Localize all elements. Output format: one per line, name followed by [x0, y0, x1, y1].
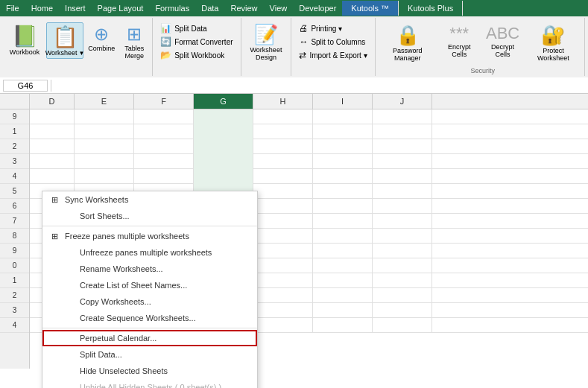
- menu-formulas[interactable]: Formulas: [149, 2, 195, 14]
- worksheet-button[interactable]: 📋 Worksheet ▼: [46, 22, 83, 59]
- workbook-button[interactable]: 📗 Workbook: [6, 22, 43, 57]
- encrypt-cells-button[interactable]: *** Encrypt Cells: [438, 22, 480, 60]
- col-header-f: F: [134, 94, 194, 109]
- combine-button[interactable]: ⊕ Combine: [86, 22, 116, 54]
- worksheet-label: Worksheet: [45, 49, 78, 57]
- security-group-label: Security: [379, 67, 587, 74]
- divider-1: [42, 226, 257, 226]
- dropdown-rename-worksheets[interactable]: Rename Worksheets...: [42, 261, 257, 277]
- worksheet-icon: 📋: [52, 25, 78, 49]
- dropdown-create-sequence[interactable]: Create Sequence Worksheets...: [42, 310, 257, 326]
- row-9: 9: [0, 109, 29, 124]
- dropdown-hide-unselected[interactable]: Hide Unselected Sheets: [42, 363, 257, 379]
- printing-button[interactable]: 🖨 Printing ▾: [296, 22, 370, 34]
- dropdown-create-list[interactable]: Create List of Sheet Names...: [42, 277, 257, 293]
- protect-worksheet-label: Protect Worksheet: [528, 47, 578, 62]
- split-workbook-icon: 📂: [160, 50, 171, 60]
- split-columns-icon: ↔: [299, 36, 308, 47]
- formula-input[interactable]: [56, 81, 585, 90]
- sync-worksheets-icon: ⊞: [48, 195, 60, 205]
- combine-label: Combine: [88, 45, 115, 52]
- row-4b: 4: [0, 318, 29, 333]
- row-9b: 9: [0, 244, 29, 258]
- dropdown-unhide-all[interactable]: Unhide All Hidden Sheets ( 0 sheet(s) ): [42, 379, 257, 388]
- row-2b: 2: [0, 288, 29, 303]
- format-converter-icon: 🔄: [160, 36, 171, 47]
- tables-merge-icon: ⊞: [127, 24, 142, 45]
- menu-review[interactable]: Review: [224, 2, 263, 14]
- create-list-label: Create List of Sheet Names...: [80, 281, 187, 290]
- unfreeze-panes-label: Unfreeze panes multiple worksheets: [80, 248, 212, 257]
- decrypt-cells-label: Decrypt Cells: [484, 43, 521, 58]
- decrypt-cells-button[interactable]: ABC Decrypt Cells: [481, 22, 524, 60]
- table-row: [30, 139, 588, 154]
- printing-icon: 🖨: [299, 23, 308, 34]
- col-header-g: G: [194, 94, 253, 109]
- password-manager-label: Password Manager: [382, 47, 434, 62]
- printing-label: Printing ▾: [311, 25, 342, 33]
- row-6: 6: [0, 199, 29, 214]
- content-area: D E F G H I J 9 1 2 3 4 5 6 7 8 9 0 1 2 …: [0, 94, 588, 369]
- formula-bar: [0, 77, 588, 94]
- col-header-h: H: [253, 94, 313, 109]
- dropdown-split-data[interactable]: Split Data...: [42, 346, 257, 363]
- worksheet-design-button[interactable]: 📝 WorksheetDesign: [247, 22, 285, 63]
- worksheet-design-label: WorksheetDesign: [250, 46, 282, 61]
- table-row: [30, 109, 588, 124]
- menu-home[interactable]: Home: [25, 2, 59, 14]
- password-manager-button[interactable]: 🔒 Password Manager: [379, 22, 437, 63]
- row-3: 3: [0, 154, 29, 169]
- table-row: [30, 154, 588, 169]
- ribbon: 📗 Workbook 📋 Worksheet ▼ ⊕ Combine ⊞ Tab…: [0, 16, 588, 77]
- row-3b: 3: [0, 303, 29, 318]
- menu-view[interactable]: View: [264, 2, 294, 14]
- menu-insert[interactable]: Insert: [59, 2, 92, 14]
- split-data-icon: 📊: [160, 23, 171, 34]
- menu-kutools[interactable]: Kutools ™: [342, 1, 399, 16]
- menu-data[interactable]: Data: [195, 2, 224, 14]
- split-workbook-label: Split Workbook: [174, 51, 224, 60]
- menu-page-layout[interactable]: Page Layout: [92, 2, 150, 14]
- row-2: 2: [0, 139, 29, 154]
- dropdown-sync-worksheets[interactable]: ⊞ Sync Worksheets: [42, 191, 257, 208]
- table-row: [30, 124, 588, 139]
- row-1b: 1: [0, 273, 29, 288]
- split-to-columns-button[interactable]: ↔ Split to Columns: [296, 36, 370, 48]
- split-data-label: Split Data: [174, 25, 206, 33]
- freeze-panes-icon: ⊞: [48, 232, 60, 241]
- dropdown-perpetual-calendar[interactable]: Perpetual Calendar...: [42, 330, 257, 346]
- sync-worksheets-label: Sync Worksheets: [65, 195, 128, 204]
- menu-developer[interactable]: Developer: [293, 2, 342, 14]
- tables-merge-label: TablesMerge: [124, 45, 144, 60]
- encrypt-cells-icon: ***: [449, 24, 469, 43]
- protect-worksheet-button[interactable]: 🔐 Protect Worksheet: [525, 22, 581, 63]
- create-sequence-label: Create Sequence Worksheets...: [80, 314, 196, 322]
- worksheet-dropdown-menu: ⊞ Sync Worksheets Sort Sheets... ⊞ Freez…: [42, 191, 258, 388]
- row-5: 5: [0, 184, 29, 199]
- decrypt-cells-icon: ABC: [486, 24, 519, 43]
- cell-reference[interactable]: [3, 80, 48, 92]
- split-data-button[interactable]: 📊 Split Data: [157, 22, 235, 34]
- menu-file[interactable]: File: [0, 2, 25, 14]
- menu-bar: File Home Insert Page Layout Formulas Da…: [0, 0, 588, 16]
- row-0: 0: [0, 258, 29, 273]
- import-export-button[interactable]: ⇄ Import & Export ▾: [296, 49, 370, 61]
- encrypt-cells-label: Encrypt Cells: [441, 43, 477, 58]
- col-header-d: D: [30, 94, 75, 109]
- combine-icon: ⊕: [94, 24, 109, 45]
- dropdown-freeze-panes[interactable]: ⊞ Freeze panes multiple worksheets: [42, 228, 257, 244]
- format-converter-button[interactable]: 🔄 Format Converter: [157, 36, 235, 48]
- menu-kutools-plus[interactable]: Kutools Plus: [399, 1, 463, 16]
- split-workbook-button[interactable]: 📂 Split Workbook: [157, 49, 235, 61]
- dropdown-unfreeze-panes[interactable]: Unfreeze panes multiple worksheets: [42, 244, 257, 261]
- table-row: [30, 169, 588, 184]
- import-export-label: Import & Export ▾: [309, 51, 367, 60]
- workbook-icon: 📗: [12, 24, 38, 48]
- format-converter-label: Format Converter: [174, 38, 233, 46]
- dropdown-sort-sheets[interactable]: Sort Sheets...: [42, 208, 257, 224]
- row-8: 8: [0, 229, 29, 244]
- col-header-e: E: [75, 94, 134, 109]
- tables-merge-button[interactable]: ⊞ TablesMerge: [119, 22, 149, 61]
- dropdown-copy-worksheets[interactable]: Copy Worksheets...: [42, 293, 257, 310]
- perpetual-calendar-label: Perpetual Calendar...: [80, 334, 157, 343]
